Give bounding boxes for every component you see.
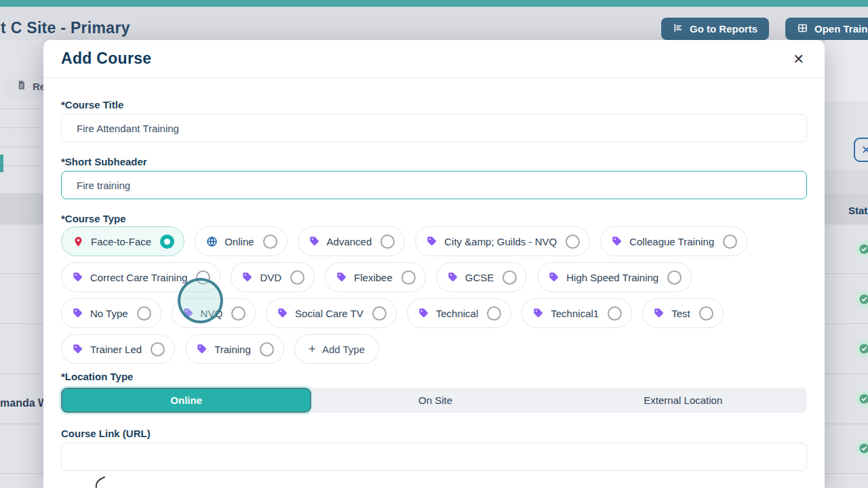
short-subheader-input[interactable] [61,171,807,199]
course-type-chip[interactable]: Colleague Training [600,226,747,256]
check-circle-icon [859,343,868,354]
radio-indicator [260,342,274,357]
course-type-chip[interactable]: Correct Care Training [61,262,220,292]
radio-indicator [608,306,622,321]
tag-icon [73,272,83,283]
tag-icon [183,308,194,319]
course-type-chip[interactable]: DVD [231,262,315,292]
course-title-input[interactable] [61,114,807,142]
radio-indicator [263,235,277,249]
status-badge [856,291,868,308]
course-type-chip-label: No Type [90,308,128,319]
short-subheader-label: *Short Subheader [61,156,807,167]
location-option-external-location[interactable]: External Location [559,388,807,413]
course-type-chip[interactable]: NVQ [172,298,256,328]
tag-icon [197,344,208,354]
radio-indicator [137,306,151,321]
tag-icon [549,272,559,283]
radio-indicator [667,270,682,285]
radio-indicator [380,235,395,249]
tag-icon [73,344,83,354]
radio-indicator [196,270,210,285]
course-type-chip-label: Advanced [327,236,372,247]
location-pin-icon [73,236,84,247]
course-type-chip-label: DVD [260,272,281,283]
course-link-input[interactable] [61,443,807,471]
course-type-chip-label: Technical1 [551,308,599,319]
course-type-chip[interactable]: Trainer Led [61,334,175,364]
course-type-chip-label: Flexibee [354,272,393,283]
radio-indicator [290,270,304,285]
course-type-chip[interactable]: Online [195,226,287,256]
background-clear-filter-button[interactable]: ✕ [854,138,868,162]
open-training-label: Open Traini [814,23,868,35]
tag-icon [448,272,458,283]
course-type-chip[interactable]: High Speed Training [537,262,692,292]
status-badge [856,390,868,407]
tag-icon [418,308,429,319]
course-type-chip-label: City &amp; Guilds - NVQ [444,236,557,247]
background-tab[interactable]: Re [5,73,43,99]
course-type-chip[interactable]: City &amp; Guilds - NVQ [415,226,590,256]
course-type-chip-label: Face-to-Face [91,236,151,247]
course-type-chip[interactable]: Training [185,334,284,364]
radio-indicator [401,270,416,285]
modal-header: Add Course ✕ [43,40,825,78]
course-type-chip[interactable]: Technical [407,298,512,328]
course-link-label: Course Link (URL) [61,428,807,439]
status-column-header: Stat [848,205,867,216]
course-type-chip[interactable]: Test [642,298,724,328]
course-type-label: *Course Type [61,213,807,224]
course-type-chip-label: Colleague Training [629,236,714,247]
radio-indicator [699,306,713,321]
status-badge [856,340,868,357]
tag-icon [73,308,83,319]
location-option-online[interactable]: Online [61,388,311,413]
tag-icon [612,236,623,247]
course-type-chip-label: Trainer Led [90,344,142,355]
course-type-chip-label: GCSE [465,272,494,283]
radio-indicator [502,270,517,285]
background-row-user-name: manda W [0,397,43,409]
radio-indicator [231,306,245,321]
close-icon[interactable]: ✕ [790,51,807,67]
check-circle-icon [859,293,868,305]
open-training-button[interactable]: Open Traini [785,18,868,40]
course-type-chip[interactable]: Face-to-Face [61,226,184,256]
modal-title: Add Course [61,49,151,68]
radio-indicator [723,235,737,249]
check-circle-icon [859,443,868,454]
course-type-chip[interactable]: No Type [61,298,161,328]
course-type-chip[interactable]: Flexibee [325,262,426,292]
document-icon [16,79,26,93]
course-type-chip[interactable]: Advanced [298,226,406,256]
add-course-modal: Add Course ✕ *Course Title *Short Subhea… [43,40,825,488]
location-option-on-site[interactable]: On Site [311,388,559,413]
radio-indicator [372,306,387,321]
tag-icon [654,308,665,319]
tag-icon [427,236,437,247]
location-type-control: OnlineOn SiteExternal Location [61,388,807,413]
course-type-chip[interactable]: GCSE [436,262,528,292]
background-tab-label: Re [33,81,43,92]
location-type-label: *Location Type [61,371,807,382]
course-type-chip-label: Test [671,308,690,319]
radio-indicator [151,342,165,357]
status-badge [856,241,868,258]
course-type-chip[interactable]: Social Care TV [266,298,397,328]
course-type-chip-label: Correct Care Training [90,272,187,283]
go-to-reports-label: Go to Reports [690,23,757,35]
course-type-chip-label: High Speed Training [566,272,658,283]
radio-indicator [160,235,174,249]
check-circle-icon [859,393,868,405]
add-type-button[interactable]: +Add Type [294,334,379,364]
background-table-left: Re manda W [0,40,43,488]
go-to-reports-button[interactable]: Go to Reports [661,18,769,40]
course-type-chip[interactable]: Technical1 [521,298,632,328]
course-type-options: Face-to-FaceOnlineAdvancedCity &amp; Gui… [61,226,807,364]
course-type-chip-label: Technical [436,308,479,319]
table-grid-icon [797,22,808,36]
reports-chart-icon [673,22,684,35]
add-type-label: Add Type [322,344,365,355]
check-circle-icon [859,243,868,255]
